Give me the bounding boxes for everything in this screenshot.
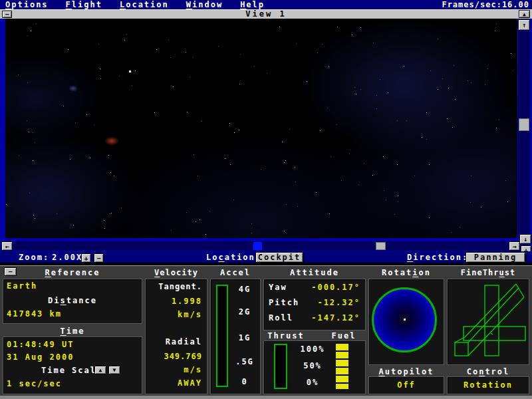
reference-header: Reference — [3, 268, 142, 277]
accel-tick-2g: 2G — [231, 307, 258, 317]
roll-value: -147.12° — [263, 313, 360, 323]
time-header: Time — [3, 327, 142, 336]
zoom-in-button[interactable]: + — [81, 253, 91, 263]
horizontal-scrollbar-position-marker[interactable] — [253, 242, 262, 250]
framerate-label: Frames/sec:16.00 — [442, 0, 529, 9]
yaw-value: -000.17° — [263, 283, 360, 292]
autopilot-header: Autopilot — [368, 367, 444, 376]
zoom-out-button[interactable]: − — [94, 253, 104, 263]
view-maximize-button[interactable]: ▲ — [519, 10, 530, 18]
control-header: Control — [447, 367, 529, 376]
thrust-header: Thrust — [265, 331, 307, 340]
panel-bottom-bevel — [0, 396, 532, 399]
fuel-gauge — [336, 344, 348, 389]
radial-value: 349.769 — [145, 352, 202, 361]
rotation-header: Rotation — [368, 268, 444, 277]
scroll-up-button[interactable]: ↑ — [518, 19, 530, 31]
radial-direction: AWAY — [145, 378, 202, 388]
location-button[interactable]: Cockpit — [255, 252, 303, 263]
thrust-gauge[interactable] — [274, 344, 287, 389]
zoom-label: Zoom: — [19, 253, 49, 262]
vertical-scrollbar-track[interactable] — [518, 31, 530, 233]
accel-gauge — [216, 285, 228, 387]
time-rate-value: 1 sec/sec — [7, 379, 62, 388]
tangent-value: 1.998 — [145, 297, 202, 306]
app-window: Options Flight Location Window Help Fram… — [0, 0, 532, 399]
tangent-label: Tangent. — [145, 282, 202, 291]
horizontal-scrollbar-thumb[interactable] — [376, 242, 386, 250]
velocity-header: Velocity — [145, 268, 207, 277]
control-value: Rotation — [447, 380, 529, 390]
menu-help[interactable]: Help — [240, 0, 265, 9]
menu-options[interactable]: Options — [5, 0, 49, 9]
direction-button[interactable]: Panning — [466, 252, 525, 263]
menu-window[interactable]: Window — [186, 0, 223, 9]
finethrust-wireframe-icon — [447, 279, 529, 365]
finethrust-header: FineThrust — [447, 268, 529, 277]
fuel-header: Fuel — [325, 331, 362, 340]
accel-tick-0: 0 — [231, 377, 258, 386]
tangent-unit: km/s — [145, 310, 202, 319]
starfield[interactable] — [5, 19, 517, 238]
scroll-left-button[interactable]: ← — [1, 241, 13, 251]
direction-label: Direction: — [407, 253, 468, 262]
rotation-ball-center-dot — [404, 319, 406, 321]
accel-tick-1g: 1G — [231, 333, 258, 342]
time-scale-down-button[interactable]: ▼ — [108, 366, 120, 374]
time-date: 31 Aug 2000 — [7, 352, 74, 362]
scroll-right-button[interactable]: → — [509, 241, 520, 251]
accel-tick-05g: .5G — [231, 357, 258, 366]
fuel-tick-0: 0% — [294, 378, 331, 387]
fuel-tick-50: 50% — [294, 361, 331, 370]
vertical-scrollbar-thumb[interactable] — [519, 118, 529, 131]
menu-flight[interactable]: Flight — [66, 0, 102, 9]
time-scale-label: Time Scale — [41, 366, 102, 375]
accel-tick-4g: 4G — [231, 285, 258, 294]
autopilot-value: Off — [368, 380, 444, 390]
reference-body-name: Earth — [7, 281, 37, 291]
attitude-header: Attitude — [263, 268, 366, 277]
menu-location[interactable]: Location — [120, 0, 169, 9]
view-title: View 1 — [0, 9, 532, 19]
location-label: Location: — [206, 253, 261, 262]
radial-unit: m/s — [145, 365, 202, 374]
scroll-down-button[interactable]: ↓ — [519, 234, 531, 244]
distance-label: Distance — [3, 296, 142, 305]
zoom-value: 2.00X — [52, 253, 82, 262]
time-clock: 01:48:49 UT — [7, 340, 74, 349]
accel-header: Accel — [210, 268, 261, 277]
fuel-tick-100: 100% — [294, 344, 331, 354]
radial-label: Radial — [145, 337, 202, 346]
time-scale-up-button[interactable]: ▲ — [94, 366, 106, 374]
pitch-value: -12.32° — [263, 298, 360, 307]
distance-value: 417843 km — [7, 309, 62, 319]
